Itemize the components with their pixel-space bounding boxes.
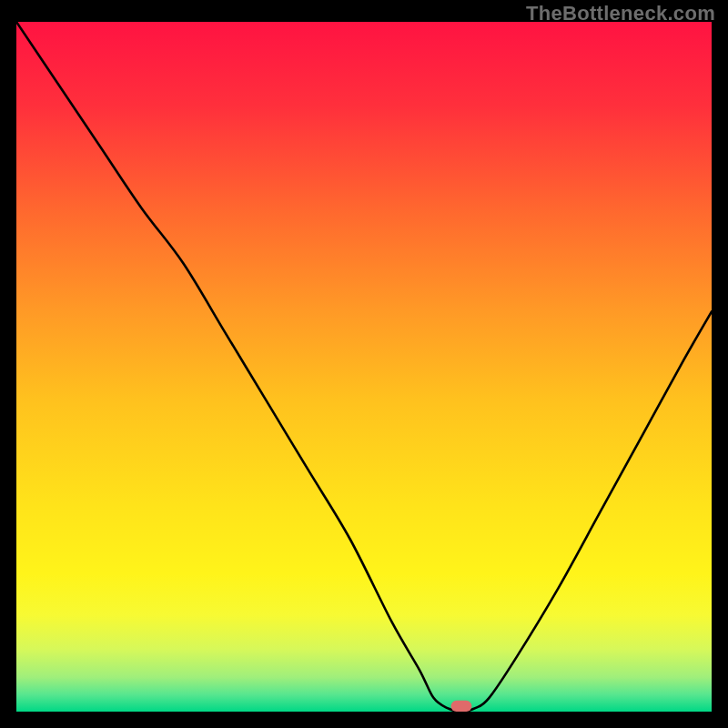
gradient-background: [16, 22, 712, 712]
watermark-text: TheBottleneck.com: [526, 2, 715, 25]
chart-frame: TheBottleneck.com: [0, 0, 728, 728]
optimal-marker: [451, 701, 472, 712]
bottleneck-chart: [16, 22, 712, 712]
plot-area: [16, 22, 712, 712]
